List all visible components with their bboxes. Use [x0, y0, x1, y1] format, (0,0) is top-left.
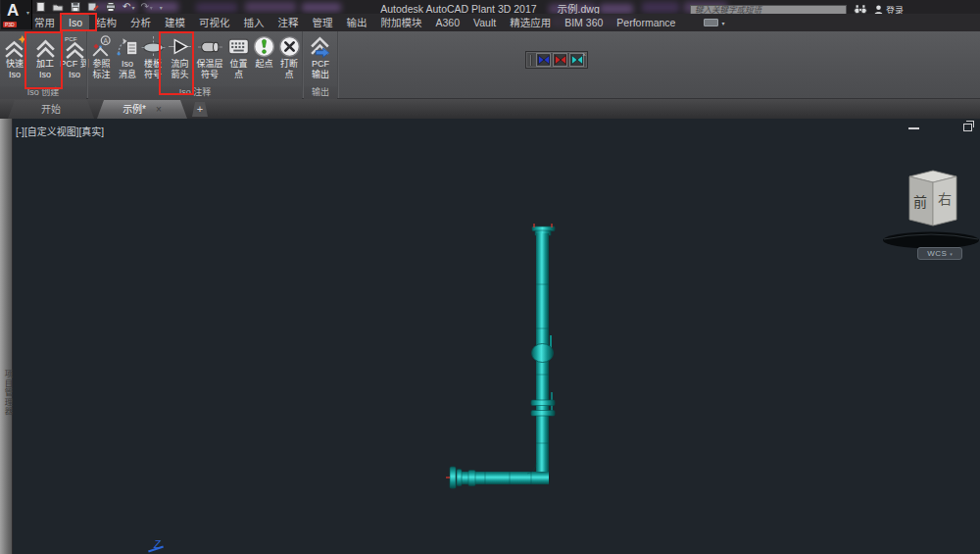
close-icon[interactable]: ×	[156, 104, 162, 115]
viewport-minimize-icon[interactable]	[908, 127, 919, 129]
close-icon[interactable]: ×	[582, 51, 586, 58]
pcf-to-iso-icon: PCF	[63, 34, 87, 59]
chevron-down-icon: ▾	[160, 4, 163, 11]
file-tab-bar: 开始 示例*× +	[0, 99, 980, 119]
pipe-end-flange	[457, 470, 462, 486]
flow-arrow-button[interactable]: 流向 箭头	[166, 33, 194, 86]
ribbon: 快速 Iso 加工 Iso PCF	[0, 31, 980, 99]
tab-addins[interactable]: 附加模块	[374, 14, 429, 31]
panel-label-export[interactable]: 输出	[304, 86, 337, 99]
reference-dimension-button[interactable]: A 参照 标注	[88, 33, 115, 86]
tab-iso[interactable]: Iso	[62, 14, 89, 31]
search-binoculars-icon[interactable]	[854, 1, 867, 14]
tab-manage[interactable]: 管理	[306, 14, 340, 31]
signin-button[interactable]: 登录	[874, 4, 904, 15]
iso-message-button[interactable]: Iso 消息	[115, 33, 140, 86]
floating-valve-toolbar: ×	[525, 51, 588, 69]
break-point-icon	[277, 34, 302, 59]
pcf-export-button[interactable]: PCF 输出	[304, 33, 337, 86]
joint-flange-lower	[531, 411, 555, 417]
chevron-down-icon: ▾	[131, 4, 134, 11]
reference-dimension-icon: A	[89, 34, 114, 59]
slab-symbol-button[interactable]: 楼板 符号	[140, 33, 166, 86]
chevron-down-icon: ▾	[26, 9, 29, 16]
app-title-text: Autodesk AutoCAD Plant 3D 2017	[380, 3, 536, 14]
production-iso-icon	[33, 34, 58, 59]
qat-dropdown-icon[interactable]: ▾	[159, 0, 163, 14]
tab-modeling[interactable]: 建模	[158, 14, 192, 31]
tab-insert[interactable]: 插入	[237, 14, 271, 31]
project-manager-palette-bar[interactable]: 项目管理器	[0, 119, 13, 554]
quick-iso-button[interactable]: 快速 Iso	[2, 33, 27, 86]
quick-access-toolbar: ↶ ▾ ↷ ▾ ▾	[35, 0, 163, 14]
location-point-button[interactable]: 位置 点	[225, 33, 252, 86]
palette-title: 项目管理器	[2, 370, 14, 417]
wcs-dropdown-button[interactable]: WCS ▾	[917, 247, 962, 260]
tab-visualization[interactable]: 可视化	[192, 14, 237, 31]
panel-export: PCF 输出 输出	[304, 31, 337, 98]
iso-message-icon	[116, 34, 140, 59]
tab-structure[interactable]: 结构	[89, 14, 123, 31]
flow-arrow-icon	[168, 34, 192, 59]
quick-iso-icon	[3, 34, 27, 59]
break-point-button[interactable]: 打断 点	[276, 33, 302, 86]
viewcube-front-label: 前	[913, 194, 927, 210]
application-menu-button[interactable]: A P3D ▾	[1, 0, 32, 29]
ribbon-display-toggle[interactable]: ▾	[704, 14, 724, 31]
plot-icon[interactable]	[105, 0, 117, 14]
panel-separator	[337, 31, 339, 98]
ribbon-toggle-icon	[704, 19, 718, 26]
viewcube-right-label: 右	[938, 191, 952, 207]
panel-iso-create: 快速 Iso 加工 Iso PCF	[0, 31, 86, 98]
file-tab-active-document[interactable]: 示例*×	[97, 100, 187, 119]
signin-label: 登录	[886, 4, 904, 15]
valve-red-button[interactable]	[553, 53, 567, 67]
chevron-down-icon: ▾	[950, 251, 953, 257]
new-file-icon[interactable]	[35, 0, 46, 14]
panel-label-iso-annotate[interactable]: Iso 注释	[88, 86, 302, 99]
drawing-area[interactable]: 项目管理器 [-][自定义视图][真实]	[0, 119, 980, 554]
redo-glyph: ↷	[140, 1, 148, 13]
valve-blue-button[interactable]	[536, 53, 551, 67]
infocenter: 登录	[690, 1, 904, 14]
tab-performance[interactable]: Performance	[610, 14, 682, 31]
pipe-coupling	[468, 471, 475, 486]
redo-icon[interactable]: ↷ ▾	[140, 0, 152, 14]
toolbar-grip-handle[interactable]	[530, 55, 532, 66]
start-point-button[interactable]: 起点	[252, 33, 276, 86]
tab-annotate[interactable]: 注释	[271, 14, 306, 31]
viewport-controls-label[interactable]: [-][自定义视图][真实]	[16, 124, 104, 138]
chevron-down-icon: ▾	[721, 20, 724, 26]
tab-output[interactable]: 输出	[340, 14, 374, 31]
valve-blue-icon	[538, 55, 550, 65]
svg-text:PCF: PCF	[65, 35, 77, 42]
autocad-logo-icon: A	[7, 1, 19, 21]
tab-bim360[interactable]: BIM 360	[558, 14, 610, 31]
tab-vault[interactable]: Vault	[466, 14, 503, 31]
document-name-text: 示例.dwg	[558, 3, 600, 14]
plant3d-badge: P3D	[3, 22, 17, 27]
svg-text:A: A	[103, 37, 108, 44]
pipe-model[interactable]	[412, 216, 608, 510]
insulation-symbol-button[interactable]: 保温层 符号	[194, 33, 225, 86]
production-iso-button[interactable]: 加工 Iso	[27, 33, 63, 86]
ucs-icon: Z	[154, 538, 161, 550]
tab-analysis[interactable]: 分析	[123, 14, 158, 31]
viewport-restore-icon[interactable]	[963, 124, 972, 131]
open-file-icon[interactable]	[52, 0, 64, 14]
tab-featured-apps[interactable]: 精选应用	[503, 14, 558, 31]
tab-home[interactable]: 常用	[27, 14, 62, 31]
pcf-to-iso-button[interactable]: PCF PCF 到 Iso	[63, 33, 86, 86]
tab-a360[interactable]: A360	[429, 14, 467, 31]
new-drawing-tab-button[interactable]: +	[192, 102, 208, 117]
help-search-input[interactable]	[690, 5, 847, 15]
file-tab-start[interactable]: 开始	[8, 100, 94, 119]
insulation-symbol-icon	[198, 34, 222, 59]
panel-label-iso-create[interactable]: Iso 创建	[0, 86, 86, 99]
save-icon[interactable]	[70, 0, 81, 14]
undo-icon[interactable]: ↶ ▾	[122, 0, 134, 14]
valve-red-icon	[555, 55, 566, 65]
save-as-icon[interactable]	[87, 0, 99, 14]
valve-body	[532, 344, 554, 363]
pcf-export-icon	[309, 34, 333, 59]
